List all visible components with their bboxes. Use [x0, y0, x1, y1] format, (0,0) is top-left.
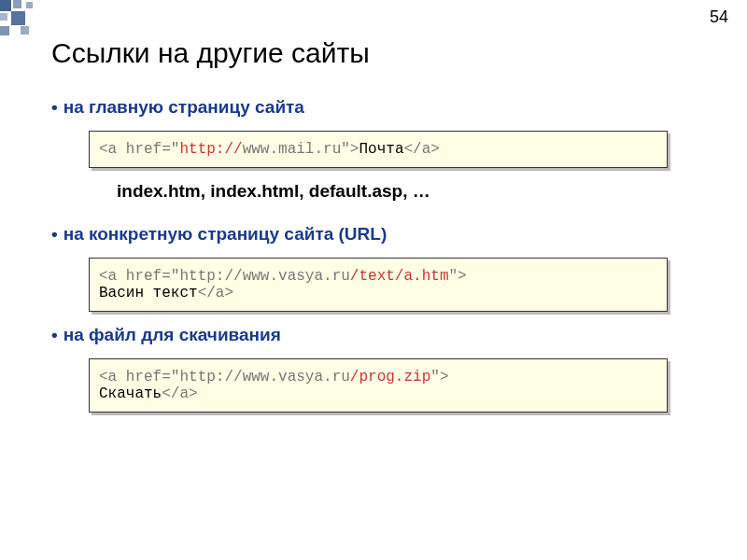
bullet-text-3: на файл для скачивания [63, 325, 281, 345]
bullet-dot: • [51, 97, 58, 118]
bullet-label-1: • на главную страницу сайта [51, 97, 696, 118]
bullet-label-2: • на конкретную страницу сайта (URL) [51, 224, 696, 245]
code-seg: <a href=" [99, 369, 179, 385]
bullet-item-3: • на файл для скачивания <a href="http:/… [51, 325, 696, 413]
code-seg: <a href=" [99, 141, 179, 158]
code-seg: </a> [198, 285, 233, 301]
code-seg: /prog.zip [350, 369, 430, 385]
bullet-text-2: на конкретную страницу сайта (URL) [63, 224, 388, 245]
code-seg: "> [341, 141, 359, 158]
sub-note-1: index.htm, index.html, default.asp, … [117, 181, 696, 202]
bullet-label-3: • на файл для скачивания [51, 325, 696, 345]
corner-decoration [0, 0, 65, 47]
code-seg: "> [430, 369, 448, 385]
slide-number: 54 [710, 7, 728, 27]
bullet-item-1: • на главную страницу сайта <a href="htt… [51, 97, 696, 202]
code-seg: </a> [162, 385, 197, 402]
slide-content: Ссылки на другие сайты • на главную стра… [0, 0, 747, 413]
code-seg: Васин текст [99, 285, 198, 301]
code-seg: Скачать [99, 385, 162, 402]
code-seg: http://www.vasya.ru [179, 268, 349, 285]
slide-title: Ссылки на другие сайты [51, 37, 696, 69]
code-seg: http://www.vasya.ru [179, 369, 349, 385]
bullet-item-2: • на конкретную страницу сайта (URL) <a … [51, 224, 696, 312]
code-seg: http:// [179, 141, 242, 158]
bullet-dot: • [51, 325, 58, 345]
code-seg: www.mail.ru [243, 141, 342, 158]
bullet-dot: • [51, 224, 58, 245]
code-seg: Почта [359, 141, 403, 158]
code-box-3: <a href="http://www.vasya.ru/prog.zip">С… [89, 358, 668, 413]
code-seg: </a> [403, 141, 439, 158]
code-seg: <a href=" [99, 268, 179, 285]
code-box-1: <a href="http://www.mail.ru">Почта</a> [89, 131, 668, 168]
code-seg: "> [448, 268, 466, 285]
code-seg: /text/a.htm [350, 268, 449, 285]
code-box-2: <a href="http://www.vasya.ru/text/a.htm"… [89, 258, 668, 312]
bullet-text-1: на главную страницу сайта [63, 97, 304, 118]
